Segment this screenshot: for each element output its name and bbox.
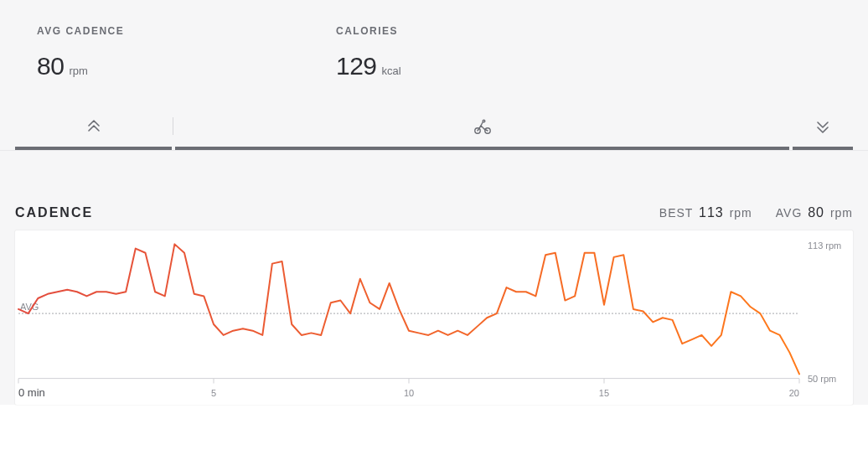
tab-cadence[interactable]: [175, 109, 789, 150]
metric-unit: kcal: [382, 65, 401, 77]
stat-unit: rpm: [830, 206, 853, 220]
stat-label: BEST: [659, 206, 693, 220]
cadence-chart-card: AVG0 min5101520113 rpm50 rpm: [15, 230, 853, 405]
metric-number: 80: [37, 52, 64, 80]
svg-point-2: [483, 120, 485, 122]
metric-number: 129: [336, 52, 377, 80]
svg-text:5: 5: [211, 388, 216, 398]
section-stats: BEST 113 rpm AVG 80 rpm: [659, 205, 853, 220]
avg-cadence-metric: AVG CADENCE 80 rpm: [0, 25, 299, 80]
tabs-row: [0, 109, 868, 151]
metric-value: 129 kcal: [336, 52, 598, 80]
section-header: CADENCE BEST 113 rpm AVG 80 rpm: [15, 205, 853, 220]
tab-elevation[interactable]: [15, 109, 172, 150]
metric-label: AVG CADENCE: [37, 25, 299, 37]
cadence-section: CADENCE BEST 113 rpm AVG 80 rpm AVG0 min…: [0, 151, 868, 405]
metric-value: 80 rpm: [37, 52, 299, 80]
metric-unit: rpm: [69, 65, 87, 77]
cadence-line-chart: AVG0 min5101520113 rpm50 rpm: [15, 234, 853, 405]
svg-text:15: 15: [599, 388, 609, 398]
svg-text:0 min: 0 min: [18, 386, 45, 399]
svg-text:113 rpm: 113 rpm: [808, 240, 841, 251]
summary-metrics-row: AVG CADENCE 80 rpm CALORIES 129 kcal: [0, 0, 868, 109]
stat-value: 80: [808, 205, 824, 220]
chevron-down-double-icon: [815, 120, 830, 137]
stat-best: BEST 113 rpm: [659, 205, 752, 220]
section-title: CADENCE: [15, 205, 93, 220]
elevation-up-icon: [86, 120, 101, 137]
stat-unit: rpm: [730, 206, 752, 220]
stat-avg: AVG 80 rpm: [776, 205, 853, 220]
calories-metric: CALORIES 129 kcal: [299, 25, 598, 80]
metric-label: CALORIES: [336, 25, 598, 37]
stat-value: 113: [699, 205, 724, 220]
stat-label: AVG: [776, 206, 803, 220]
tab-collapse[interactable]: [793, 109, 853, 150]
cyclist-icon: [473, 119, 492, 137]
svg-text:50 rpm: 50 rpm: [808, 374, 836, 384]
divider: [173, 117, 173, 135]
svg-text:10: 10: [404, 388, 414, 398]
svg-text:20: 20: [789, 388, 799, 398]
